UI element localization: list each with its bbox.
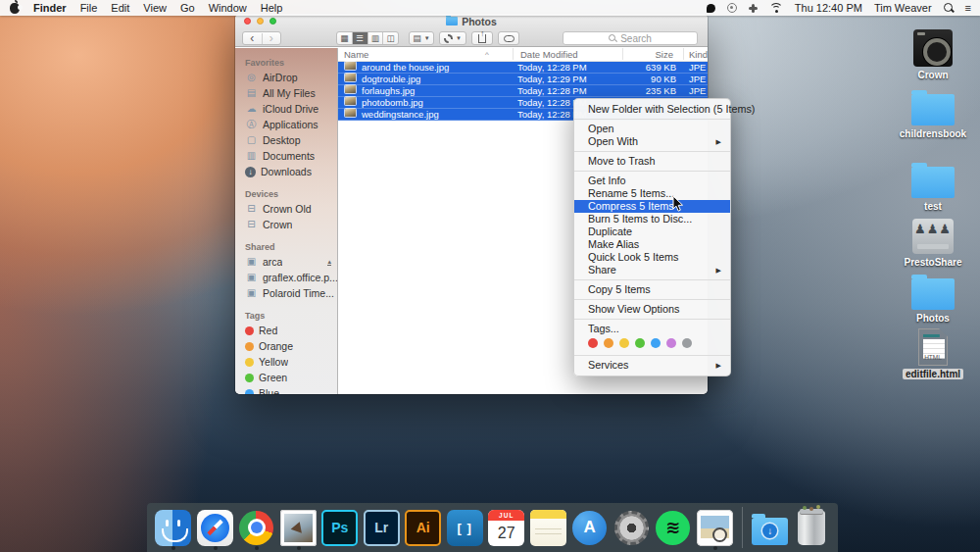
tag-color-dot[interactable] [666,338,676,348]
menu-item-show-view-options[interactable]: Show View Options [574,303,730,316]
sidebar-item-airdrop[interactable]: ◎AirDrop [235,70,337,85]
desktop-icon-crown[interactable]: Crown [913,29,953,80]
sidebar-item-applications[interactable]: ⒶApplications [235,117,337,132]
sidebar-item-orange[interactable]: Orange [235,338,337,354]
back-button[interactable]: ‹ [243,33,262,44]
menu-item-new-folder-with-selection-5-items[interactable]: New Folder with Selection (5 Items) [574,103,730,116]
dock-item-notes[interactable] [530,505,567,550]
dock-item-mail[interactable] [280,505,318,550]
menu-bar-user[interactable]: Tim Weaver [874,2,932,14]
action-button[interactable]: ▼ [439,31,466,45]
sidebar-item-arca[interactable]: ▣arca▴ [235,254,337,270]
tag-color-dot[interactable] [651,338,661,348]
dock-item-lightroom[interactable]: Lr [364,505,401,550]
menu-item-make-alias[interactable]: Make Alias [574,238,730,251]
menu-item-services[interactable]: Services▶ [574,359,730,372]
dock-item-illustrator[interactable]: Ai [405,505,442,550]
dock-icon-label: [ ] [447,510,483,546]
tag-color-dot[interactable] [604,338,613,348]
tag-color-dot[interactable] [635,338,645,348]
menu-item-tags[interactable]: Tags... [574,323,730,335]
sidebar-item-green[interactable]: Green [235,370,337,385]
forward-button[interactable]: › [262,33,281,44]
dock-item-trash[interactable] [793,505,830,550]
menu-item-burn-5-items-to-disc[interactable]: Burn 5 Items to Disc... [574,213,730,226]
dock-item-calendar[interactable]: JUL27 [488,505,525,550]
tags-button[interactable] [498,31,519,45]
running-indicator [713,546,717,550]
sidebar-item-desktop[interactable]: ▢Desktop [235,132,337,148]
sidebar-item-red[interactable]: Red [235,323,337,338]
sidebar-item-all-my-files[interactable]: ▤All My Files [235,85,337,101]
menu-item-go[interactable]: Go [180,2,195,14]
menu-item-open[interactable]: Open [574,123,730,135]
menu-item-quick-look-5-items[interactable]: Quick Look 5 Items [574,251,730,264]
icon-view-button[interactable]: ▦ [337,32,353,44]
status-swirl-icon[interactable] [727,3,737,13]
share-button[interactable] [471,31,493,45]
coverflow-view-button[interactable]: ◫ [383,32,398,44]
dock-item-safari[interactable] [197,505,234,550]
running-indicator [297,546,301,550]
list-view-button[interactable]: ☰ [353,32,368,44]
menu-item-duplicate[interactable]: Duplicate [574,226,730,238]
column-view-button[interactable]: ▥ [368,32,384,44]
column-header-kind[interactable]: Kind [689,48,708,62]
file-row-forlaughs-jpg[interactable]: forlaughs.jpgToday, 12:28 PM235 KBJPE [338,85,708,97]
menu-item-rename-5-items[interactable]: Rename 5 Items... [574,187,730,200]
desktop-icon-photos[interactable]: Photos [911,273,955,324]
menu-item-get-info[interactable]: Get Info [574,175,730,187]
menu-item-open-with[interactable]: Open With▶ [574,135,730,148]
sidebar-item-blue[interactable]: Blue [235,385,337,394]
desktop-icon-prestoshare[interactable]: PrestoShare [905,219,962,268]
apple-menu-icon[interactable] [10,3,20,14]
dock-item-system-preferences[interactable] [613,505,651,550]
notification-center-icon[interactable]: ≡ [965,2,970,14]
sidebar-item-crown-old[interactable]: ⊟Crown Old [235,201,337,217]
column-header-name[interactable]: Name [344,48,368,62]
desktop-icon-editfile-html[interactable]: HTMLeditfile.html [903,328,963,379]
menu-item-help[interactable]: Help [261,2,283,14]
status-balloon-icon[interactable] [707,4,715,13]
menu-item-copy-5-items[interactable]: Copy 5 Items [574,283,730,296]
sidebar-item-downloads[interactable]: ↓Downloads [235,164,337,179]
search-field[interactable]: Search [563,31,698,45]
dock-item-downloads-folder[interactable] [752,505,789,550]
column-header-date[interactable]: Date Modified [520,48,578,62]
menu-item-window[interactable]: Window [209,2,247,14]
menu-bar-clock[interactable]: Thu 12:40 PM [795,2,862,14]
menu-item-compress-5-items[interactable]: Compress 5 Items [574,200,730,213]
sidebar-item-crown[interactable]: ⊟Crown [235,217,337,232]
status-fan-icon[interactable] [749,4,758,13]
dock-item-chrome[interactable] [238,505,275,550]
sidebar-item-graflex-office-p[interactable]: ▣graflex.office.p... [235,270,337,285]
dock-item-app-store[interactable]: A [571,505,609,550]
sidebar-item-yellow[interactable]: Yellow [235,354,337,370]
desktop-icon-test[interactable]: test [911,161,955,212]
desktop-icon-childrensbook[interactable]: childrensbook [900,88,966,139]
dock-item-preview[interactable] [697,505,734,550]
file-row-dogtrouble-jpg[interactable]: dogtrouble.jpgToday, 12:29 PM90 KBJPE [338,74,708,85]
dock-item-finder[interactable] [155,505,192,550]
tag-color-dot[interactable] [588,338,598,348]
file-row-around-the-house-jpg[interactable]: around the house.jpgToday, 12:28 PM639 K… [338,62,708,74]
spotlight-search-icon[interactable] [944,3,954,13]
menu-item-finder[interactable]: Finder [33,2,67,14]
menu-item-edit[interactable]: Edit [111,2,129,14]
tag-color-dot[interactable] [619,338,629,348]
sidebar-item-icloud-drive[interactable]: ☁iCloud Drive [235,101,337,117]
eject-icon[interactable]: ▴ [327,259,331,266]
dock-item-spotify[interactable]: ≋ [655,505,692,550]
dock-item-brackets[interactable]: [ ] [447,505,484,550]
sidebar-item-documents[interactable]: ▥Documents [235,148,337,164]
menu-item-view[interactable]: View [143,2,167,14]
sidebar-item-polaroid-time[interactable]: ▣Polaroid Time... [235,285,337,301]
tag-color-dot[interactable] [682,338,692,348]
dock-item-photoshop[interactable]: Ps [321,505,359,550]
wifi-icon[interactable] [769,3,783,13]
arrange-button[interactable]: ▤▼ [409,31,434,45]
column-header-size[interactable]: Size [656,48,673,62]
menu-item-share[interactable]: Share▶ [574,264,730,276]
menu-item-file[interactable]: File [80,2,98,14]
menu-item-move-to-trash[interactable]: Move to Trash [574,155,730,168]
